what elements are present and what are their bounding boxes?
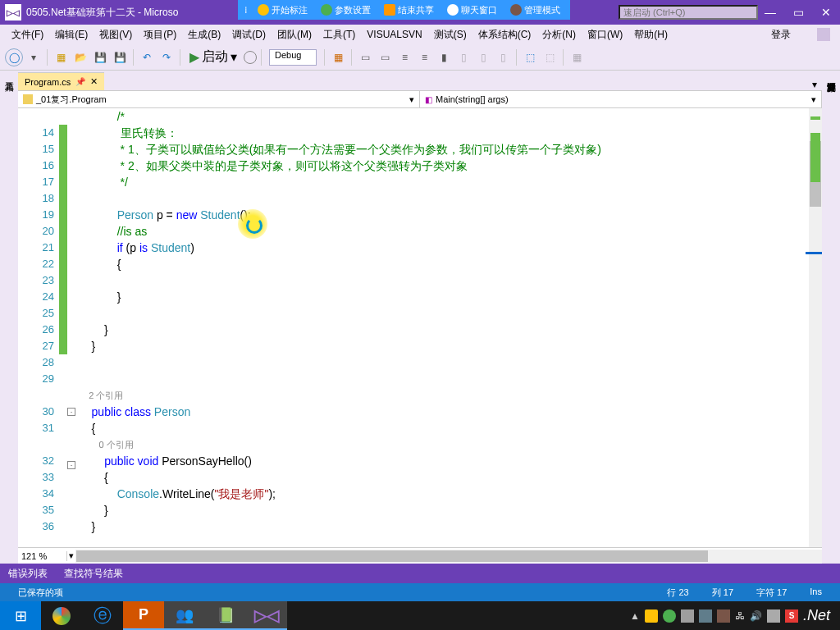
menu-help[interactable]: 帮助(H) <box>629 28 673 42</box>
menu-visualsvn[interactable]: VISUALSVN <box>362 29 427 40</box>
screen-share-toolbar[interactable]: ⁞ 开始标注 参数设置 结束共享 聊天窗口 管理模式 <box>238 0 570 20</box>
task-app-1[interactable] <box>41 601 82 630</box>
find-symbol-tab[interactable]: 查找符号结果 <box>56 567 131 581</box>
save-all-button[interactable]: 💾 <box>111 48 129 66</box>
network-icon[interactable]: 🖧 <box>735 610 745 622</box>
tray-up-icon[interactable]: ▲ <box>630 610 640 622</box>
code-line[interactable]: { <box>79 256 822 272</box>
tray-icon-2[interactable] <box>663 609 676 623</box>
code-line[interactable]: } <box>79 338 822 354</box>
menu-test[interactable]: 测试(S) <box>429 28 472 42</box>
code-line[interactable]: } <box>79 322 822 338</box>
indent-more-button[interactable]: ▭ <box>376 48 394 66</box>
volume-icon[interactable]: 🔊 <box>750 610 762 622</box>
maximize-button[interactable]: ▭ <box>784 0 812 25</box>
code-line[interactable] <box>79 190 822 207</box>
code-line[interactable]: public class Person <box>79 404 822 420</box>
tray-icon-4[interactable] <box>699 609 712 623</box>
code-editor[interactable]: 1415161718192021222324252627282930313233… <box>18 108 822 547</box>
code-line[interactable]: /* <box>79 108 822 125</box>
code-line[interactable]: } <box>79 518 822 535</box>
code-line[interactable] <box>79 354 822 371</box>
tab-close-icon[interactable]: ✕ <box>90 76 98 87</box>
member-dropdown[interactable]: ◧Main(string[] args)▾ <box>420 91 822 107</box>
code-line[interactable]: { <box>79 420 822 436</box>
code-line[interactable]: 2 个引用 <box>79 387 822 404</box>
pin-icon[interactable]: 📌 <box>75 77 85 86</box>
code-line[interactable]: } <box>79 289 822 305</box>
code-line[interactable]: */ <box>79 174 822 190</box>
open-file-button[interactable]: 📂 <box>71 48 89 66</box>
nav-fwd-button[interactable]: ▾ <box>25 48 43 66</box>
tab-overflow-button[interactable]: ▾ <box>807 79 822 90</box>
code-line[interactable] <box>79 305 822 322</box>
code-line[interactable]: Console.WriteLine("我是老师"); <box>79 486 822 502</box>
uncomment-button[interactable]: ≡ <box>415 48 433 66</box>
tb-btn-9[interactable]: ⬚ <box>521 48 539 66</box>
share-handle-icon[interactable]: ⁞ <box>241 5 251 16</box>
system-tray[interactable]: ▲ 🖧 🔊 S .Net <box>630 607 840 624</box>
code-line[interactable] <box>79 371 822 387</box>
menu-team[interactable]: 团队(M) <box>272 28 317 42</box>
task-ie[interactable]: ⓔ <box>82 601 123 630</box>
fold-toggle[interactable]: - <box>67 408 75 416</box>
toolbox-tab[interactable]: 工具箱 <box>0 71 18 564</box>
start-button[interactable]: ⊞ <box>0 601 41 630</box>
menu-view[interactable]: 视图(V) <box>94 28 137 42</box>
tb-btn-6[interactable]: ▯ <box>454 48 472 66</box>
task-ppt[interactable]: P <box>123 601 164 630</box>
tray-icon-6[interactable] <box>767 609 780 623</box>
menu-analyze[interactable]: 分析(N) <box>537 28 581 42</box>
share-annotate-button[interactable]: 开始标注 <box>251 4 314 16</box>
indent-less-button[interactable]: ▭ <box>356 48 374 66</box>
code-line[interactable]: * 1、子类可以赋值给父类(如果有一个方法需要一个父类作为参数，我们可以传第一个… <box>79 141 822 158</box>
horizontal-scrollbar[interactable] <box>75 550 822 563</box>
login-link[interactable]: 登录 <box>771 28 815 42</box>
error-list-tab[interactable]: 错误列表 <box>0 567 56 581</box>
menu-architecture[interactable]: 体系结构(C) <box>473 28 536 42</box>
share-chat-button[interactable]: 聊天窗口 <box>441 4 504 16</box>
code-line[interactable]: * 2、如果父类中装的是子类对象，则可以将这个父类强转为子类对象 <box>79 158 822 174</box>
tb-btn-11[interactable]: ▦ <box>568 48 586 66</box>
tray-icon-5[interactable] <box>717 609 730 623</box>
vertical-scrollbar[interactable] <box>809 108 822 547</box>
quick-launch-input[interactable] <box>619 5 758 20</box>
code-line[interactable]: 0 个引用 <box>79 436 822 453</box>
tb-btn-7[interactable]: ▯ <box>474 48 492 66</box>
minimize-button[interactable]: — <box>756 0 784 25</box>
document-tab-program[interactable]: Program.cs 📌 ✕ <box>18 72 104 90</box>
code-line[interactable]: if (p is Student) <box>79 240 822 256</box>
code-line[interactable]: } <box>79 502 822 518</box>
browser-select-button[interactable] <box>244 51 257 64</box>
close-button[interactable]: ✕ <box>812 0 840 25</box>
zoom-dropdown[interactable]: 121 % <box>18 551 67 561</box>
menu-tools[interactable]: 工具(T) <box>318 28 360 42</box>
menu-file[interactable]: 文件(F) <box>7 28 48 42</box>
redo-button[interactable]: ↷ <box>158 48 176 66</box>
code-line[interactable]: public void PersonSayHello() <box>79 453 822 469</box>
nav-back-button[interactable]: ◯ <box>5 48 23 66</box>
class-dropdown[interactable]: _01复习.Program▾ <box>18 91 420 107</box>
solution-explorer-tab[interactable]: 解决方案资源管理器 <box>822 71 840 564</box>
share-stop-button[interactable]: 结束共享 <box>377 4 441 16</box>
comment-button[interactable]: ≡ <box>395 48 413 66</box>
fold-toggle[interactable]: - <box>67 461 75 469</box>
tb-btn-10[interactable]: ⬚ <box>541 48 559 66</box>
menu-window[interactable]: 窗口(W) <box>582 28 628 42</box>
code-line[interactable]: //is as <box>79 223 822 240</box>
scroll-thumb-h[interactable] <box>76 550 708 562</box>
task-book[interactable]: 📗 <box>205 601 246 630</box>
tray-icon-3[interactable] <box>681 609 694 623</box>
sogou-icon[interactable]: S <box>785 609 798 623</box>
share-manage-button[interactable]: 管理模式 <box>504 4 567 16</box>
tb-btn-8[interactable]: ▯ <box>494 48 512 66</box>
save-button[interactable]: 💾 <box>91 48 109 66</box>
shield-icon[interactable] <box>645 609 658 623</box>
start-debug-button[interactable]: ▶启动▾ <box>185 48 242 66</box>
new-project-button[interactable]: ▦ <box>52 48 70 66</box>
menu-project[interactable]: 项目(P) <box>139 28 181 42</box>
bookmark-button[interactable]: ▮ <box>435 48 453 66</box>
notification-icon[interactable] <box>817 28 830 41</box>
code-line[interactable]: Person p = new Student(); <box>79 207 822 223</box>
tb-btn-1[interactable]: ▦ <box>329 48 347 66</box>
